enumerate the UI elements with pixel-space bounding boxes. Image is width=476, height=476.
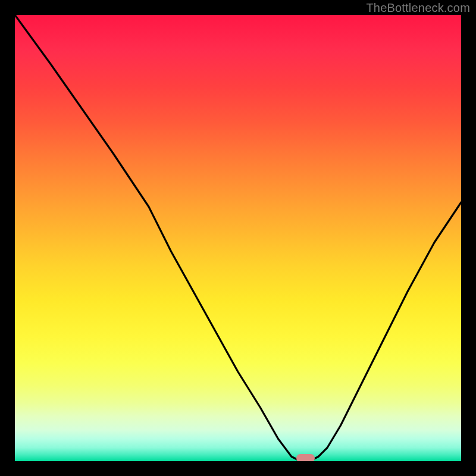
plot-area bbox=[15, 15, 461, 461]
watermark-text: TheBottleneck.com bbox=[366, 1, 470, 15]
chart-frame: TheBottleneck.com bbox=[0, 0, 476, 476]
bottleneck-curve bbox=[15, 15, 461, 461]
optimal-marker bbox=[296, 454, 315, 461]
